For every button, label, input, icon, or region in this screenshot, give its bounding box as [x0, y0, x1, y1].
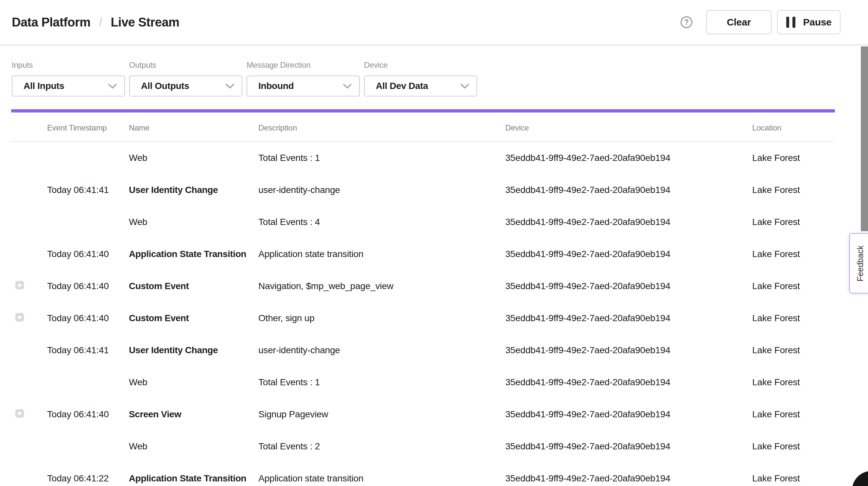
event-timestamp: Today 06:41:41: [47, 185, 129, 195]
header-actions: ? Clear Pause: [681, 10, 840, 34]
event-device-id: 35eddb41-9ff9-49e2-7aed-20afa90eb194: [505, 185, 752, 195]
event-device-id: 35eddb41-9ff9-49e2-7aed-20afa90eb194: [505, 217, 752, 227]
event-location: Lake Forest: [752, 345, 835, 356]
event-location: Lake Forest: [752, 217, 835, 227]
message-direction-select-value: Inbound: [258, 81, 294, 91]
table-row[interactable]: Today 06:41:22 Application State Transit…: [11, 462, 835, 486]
message-direction-select[interactable]: Inbound: [247, 75, 360, 96]
event-name: User Identity Change: [129, 185, 258, 195]
scrollbar-thumb[interactable]: [861, 47, 868, 231]
column-header-description: Description: [258, 123, 505, 132]
event-name: Custom Event: [129, 281, 258, 292]
filter-inputs: Inputs All Inputs: [12, 61, 125, 96]
event-name: User Identity Change: [129, 345, 258, 356]
table-row[interactable]: Web Total Events : 4 35eddb41-9ff9-49e2-…: [11, 206, 835, 238]
event-location: Lake Forest: [752, 153, 835, 163]
event-device-id: 35eddb41-9ff9-49e2-7aed-20afa90eb194: [505, 441, 752, 452]
table-row[interactable]: Web Total Events : 2 35eddb41-9ff9-49e2-…: [11, 430, 835, 462]
event-location: Lake Forest: [752, 281, 835, 292]
device-select[interactable]: All Dev Data: [364, 75, 477, 96]
page-header: Data Platform / Live Stream ? Clear Paus…: [0, 0, 868, 45]
filter-device-label: Device: [364, 61, 477, 70]
inputs-select[interactable]: All Inputs: [12, 75, 125, 96]
event-description: user-identity-change: [258, 345, 505, 356]
table-body: Web Total Events : 1 35eddb41-9ff9-49e2-…: [11, 142, 835, 486]
chevron-down-icon: [225, 83, 235, 89]
column-header-device: Device: [505, 123, 752, 132]
pause-button-label: Pause: [803, 17, 832, 28]
event-description: Total Events : 2: [258, 441, 505, 452]
filter-message-direction-label: Message Direction: [247, 61, 360, 70]
live-stream-accent-bar: [11, 109, 835, 113]
event-timestamp: Today 06:41:40: [47, 313, 129, 324]
event-timestamp: Today 06:41:40: [47, 409, 129, 420]
event-description: user-identity-change: [258, 185, 505, 195]
expand-row-button[interactable]: [16, 313, 24, 322]
event-description: Total Events : 1: [258, 377, 505, 388]
event-location: Lake Forest: [752, 377, 835, 388]
expand-row-button[interactable]: [16, 281, 24, 290]
event-name: Screen View: [129, 409, 258, 420]
table-row[interactable]: Today 06:41:40 Screen View Signup Pagevi…: [11, 398, 835, 430]
event-name: Application State Transition: [129, 473, 258, 484]
chat-bubble[interactable]: [852, 471, 868, 486]
table-row[interactable]: Today 06:41:40 Custom Event Other, sign …: [11, 302, 835, 334]
event-device-id: 35eddb41-9ff9-49e2-7aed-20afa90eb194: [505, 377, 752, 388]
table-row[interactable]: Today 06:41:40 Custom Event Navigation, …: [11, 270, 835, 302]
column-header-event-timestamp: Event Timestamp: [47, 123, 129, 132]
outputs-select[interactable]: All Outputs: [129, 75, 242, 96]
event-device-id: 35eddb41-9ff9-49e2-7aed-20afa90eb194: [505, 153, 752, 163]
feedback-tab[interactable]: Feedback: [849, 233, 868, 294]
event-name: Web: [129, 441, 258, 452]
event-description: Other, sign up: [258, 313, 505, 324]
event-description: Signup Pageview: [258, 409, 505, 420]
chevron-down-icon: [460, 83, 469, 89]
filter-outputs-label: Outputs: [129, 61, 242, 70]
table-row[interactable]: Web Total Events : 1 35eddb41-9ff9-49e2-…: [11, 366, 835, 398]
pause-icon: [786, 17, 796, 28]
clear-button[interactable]: Clear: [706, 10, 772, 34]
event-device-id: 35eddb41-9ff9-49e2-7aed-20afa90eb194: [505, 313, 752, 324]
event-device-id: 35eddb41-9ff9-49e2-7aed-20afa90eb194: [505, 249, 752, 260]
event-description: Application state transition: [258, 249, 505, 260]
question-mark-icon: ?: [684, 18, 689, 27]
clear-button-label: Clear: [727, 17, 751, 28]
event-device-id: 35eddb41-9ff9-49e2-7aed-20afa90eb194: [505, 473, 752, 484]
filter-message-direction: Message Direction Inbound: [247, 61, 360, 96]
filter-device: Device All Dev Data: [364, 61, 477, 96]
event-description: Navigation, $mp_web_page_view: [258, 281, 505, 292]
pause-button[interactable]: Pause: [777, 10, 840, 34]
filter-outputs: Outputs All Outputs: [129, 61, 242, 96]
table-row[interactable]: Today 06:41:41 User Identity Change user…: [11, 174, 835, 206]
table-row[interactable]: Web Total Events : 1 35eddb41-9ff9-49e2-…: [11, 142, 835, 174]
event-name: Web: [129, 217, 258, 227]
device-select-value: All Dev Data: [376, 81, 428, 91]
table-header-row: Event Timestamp Name Description Device …: [11, 113, 835, 142]
help-button[interactable]: ?: [681, 17, 692, 28]
event-location: Lake Forest: [752, 185, 835, 195]
chevron-down-icon: [343, 83, 352, 89]
event-name: Application State Transition: [129, 249, 258, 260]
inputs-select-value: All Inputs: [24, 81, 64, 91]
expand-row-button[interactable]: [16, 409, 24, 418]
event-description: Application state transition: [258, 473, 505, 484]
event-name: Custom Event: [129, 313, 258, 324]
event-device-id: 35eddb41-9ff9-49e2-7aed-20afa90eb194: [505, 281, 752, 292]
table-row[interactable]: Today 06:41:41 User Identity Change user…: [11, 334, 835, 366]
event-device-id: 35eddb41-9ff9-49e2-7aed-20afa90eb194: [505, 345, 752, 356]
event-timestamp: Today 06:41:41: [47, 345, 129, 356]
filter-bar: Inputs All Inputs Outputs All Outputs Me…: [0, 45, 868, 96]
event-timestamp: Today 06:41:40: [47, 281, 129, 292]
event-timestamp: Today 06:41:22: [47, 473, 129, 484]
breadcrumb-section[interactable]: Data Platform: [12, 16, 91, 29]
event-name: Web: [129, 153, 258, 163]
breadcrumb-separator: /: [99, 16, 102, 29]
event-table: Event Timestamp Name Description Device …: [11, 113, 835, 486]
table-row[interactable]: Today 06:41:40 Application State Transit…: [11, 238, 835, 270]
event-location: Lake Forest: [752, 249, 835, 260]
breadcrumb: Data Platform / Live Stream: [12, 16, 179, 29]
column-header-location: Location: [752, 123, 835, 132]
event-device-id: 35eddb41-9ff9-49e2-7aed-20afa90eb194: [505, 409, 752, 420]
event-location: Lake Forest: [752, 441, 835, 452]
event-location: Lake Forest: [752, 313, 835, 324]
